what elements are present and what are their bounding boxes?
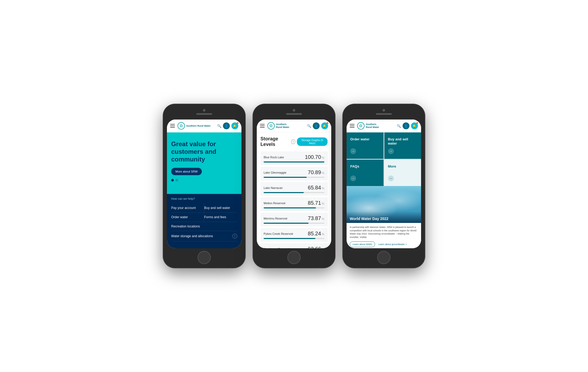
- bell-icon-2[interactable]: 🔔: [321, 122, 328, 129]
- home-button-3[interactable]: [377, 251, 390, 264]
- help-section: How can we help? Pay your account Buy an…: [167, 194, 241, 249]
- user-icon[interactable]: 👤: [223, 122, 230, 129]
- recreation-label: Recreation locations: [171, 225, 200, 228]
- logo-text-2: SouthernRural Water: [276, 123, 289, 129]
- storage-row-blue-rock: Blue Rock Lake 100.70%: [260, 151, 328, 165]
- bar-bg-1: [264, 177, 324, 178]
- bell-icon-3[interactable]: 🔔: [411, 122, 418, 129]
- tile-faqs[interactable]: FAQs →: [347, 160, 384, 186]
- tile-faqs-arrow: →: [350, 175, 356, 181]
- tile-more[interactable]: More →: [384, 160, 421, 186]
- value-3: 85.71%: [308, 200, 324, 206]
- phone-2-screen: SouthernRural Water 🔍 👤 🔔 Storage Levels…: [257, 120, 331, 248]
- value-4: 73.87%: [308, 215, 324, 221]
- location-3: Melton Reservoir: [264, 202, 286, 205]
- tile-more-label: More: [388, 164, 418, 169]
- help-grid: Pay your account Buy and sell water Orde…: [171, 203, 237, 222]
- help-item-buy-sell[interactable]: Buy and sell water: [204, 203, 237, 213]
- storage-row-header-4: Merrimu Reservoir 73.87%: [264, 215, 324, 221]
- bell-icon[interactable]: 🔔: [231, 122, 238, 129]
- info-icon[interactable]: i: [232, 234, 237, 239]
- storage-row-header-2: Lake Narracan 65.84%: [264, 185, 324, 191]
- logo-circle-inner-2: [270, 125, 272, 127]
- phone-1: Southern Rural Water 🔍 👤 🔔 Great value f…: [163, 104, 245, 268]
- hamburger-icon-2[interactable]: [260, 124, 265, 128]
- bar-fill-2: [264, 192, 304, 193]
- help-title: How can we help?: [171, 197, 237, 200]
- help-item-pay-account[interactable]: Pay your account: [171, 203, 204, 213]
- storage-row-header-0: Blue Rock Lake 100.70%: [264, 154, 324, 160]
- search-icon-2[interactable]: 🔍: [307, 124, 311, 128]
- phone-2: SouthernRural Water 🔍 👤 🔔 Storage Levels…: [253, 104, 335, 268]
- logo-area-3: SouthernRural Water: [357, 122, 397, 130]
- news-link-text[interactable]: Learn about groundwater >: [378, 243, 407, 246]
- help-item-recreation[interactable]: Recreation locations: [171, 222, 237, 231]
- camera-3: [382, 109, 385, 112]
- header-1: Southern Rural Water 🔍 👤 🔔: [167, 120, 241, 132]
- value-1: 70.89%: [308, 169, 324, 175]
- logo-circle-1: [178, 122, 185, 130]
- logo-text-1: Southern Rural Water: [186, 125, 211, 127]
- bar-fill-4: [264, 223, 309, 224]
- storage-row-rosslynne: Rosslynne Reservoir 63.66%: [260, 243, 328, 248]
- news-body: In partnership with Wannon Water, SRW is…: [347, 223, 421, 248]
- value-0: 100.70%: [305, 154, 324, 160]
- hamburger-icon[interactable]: [170, 124, 175, 128]
- phone-1-screen: Southern Rural Water 🔍 👤 🔔 Great value f…: [167, 120, 241, 248]
- logo-circle-3: [357, 122, 365, 130]
- phones-container: Southern Rural Water 🔍 👤 🔔 Great value f…: [163, 104, 425, 268]
- hamburger-icon-3[interactable]: [350, 124, 354, 128]
- tiles-grid: Order water → Buy and sell water → FAQs …: [347, 132, 421, 186]
- logo-circle-inner-3: [360, 125, 362, 127]
- speaker-1: [196, 113, 212, 115]
- storage-row-merrimu: Merrimu Reservoir 73.87%: [260, 213, 328, 226]
- storage-help-icon[interactable]: ?: [291, 139, 295, 144]
- search-icon[interactable]: 🔍: [217, 124, 221, 128]
- storage-title: Storage Levels: [260, 136, 291, 147]
- logo-text-3: SouthernRural Water: [366, 123, 379, 129]
- hero-banner: Great value for customers and community …: [167, 132, 241, 194]
- bar-fill-0: [264, 161, 324, 163]
- dot-inactive: [175, 179, 178, 182]
- user-icon-2[interactable]: 👤: [313, 122, 320, 129]
- logo-area-2: SouthernRural Water: [267, 122, 307, 130]
- news-links: Learn about WWD Learn about groundwater …: [350, 241, 418, 247]
- storage-header-row: Storage Levels ? Storage Graphs (5 days): [260, 136, 328, 147]
- help-item-order-water[interactable]: Order water: [171, 213, 204, 222]
- logo-circle-inner-1: [180, 125, 183, 127]
- home-button-2[interactable]: [287, 251, 301, 264]
- search-icon-3[interactable]: 🔍: [397, 124, 401, 128]
- tile-more-arrow: →: [388, 175, 394, 181]
- hero-cta-button[interactable]: More about SRW: [171, 168, 202, 175]
- news-image: World Water Day 2022: [347, 186, 421, 223]
- header-icons-3: 🔍 👤 🔔: [397, 122, 418, 129]
- bar-bg-4: [264, 223, 324, 224]
- dot-active: [171, 179, 174, 182]
- news-cta-button[interactable]: Learn about WWD: [350, 241, 375, 247]
- tiles-section: Order water → Buy and sell water → FAQs …: [347, 132, 421, 186]
- location-1: Lake Glenmaggie: [264, 171, 286, 174]
- camera-1: [203, 109, 206, 112]
- tile-order-water-label: Order water: [350, 137, 380, 141]
- speaker-3: [376, 113, 392, 115]
- help-item-water-storage[interactable]: Water storage and allocations i: [171, 231, 237, 241]
- logo-circle-2: [267, 122, 275, 130]
- phone-3: SouthernRural Water 🔍 👤 🔔 Order water →: [343, 104, 425, 268]
- header-icons-2: 🔍 👤 🔔: [307, 122, 328, 129]
- value-2: 65.84%: [308, 185, 324, 191]
- location-0: Blue Rock Lake: [264, 156, 284, 159]
- graph-btn[interactable]: Storage Graphs (5 days): [297, 137, 328, 146]
- bar-bg-3: [264, 207, 324, 208]
- bar-fill-3: [264, 207, 316, 208]
- home-button-1[interactable]: [198, 251, 211, 264]
- storage-content: Storage Levels ? Storage Graphs (5 days)…: [257, 132, 331, 248]
- storage-header-right: ? Storage Graphs (5 days): [291, 137, 328, 146]
- header-icons-1: 🔍 👤 🔔: [217, 122, 238, 129]
- storage-row-header-5: Pykes Creek Reservoir 85.24%: [264, 231, 324, 237]
- user-icon-3[interactable]: 👤: [403, 122, 409, 129]
- news-description: In partnership with Wannon Water, SRW is…: [350, 226, 418, 239]
- tile-buy-sell-water[interactable]: Buy and sell water →: [384, 132, 421, 159]
- tile-order-water[interactable]: Order water →: [347, 132, 384, 159]
- speaker-2: [286, 113, 302, 115]
- help-item-forms-fees[interactable]: Forms and fees: [204, 213, 237, 222]
